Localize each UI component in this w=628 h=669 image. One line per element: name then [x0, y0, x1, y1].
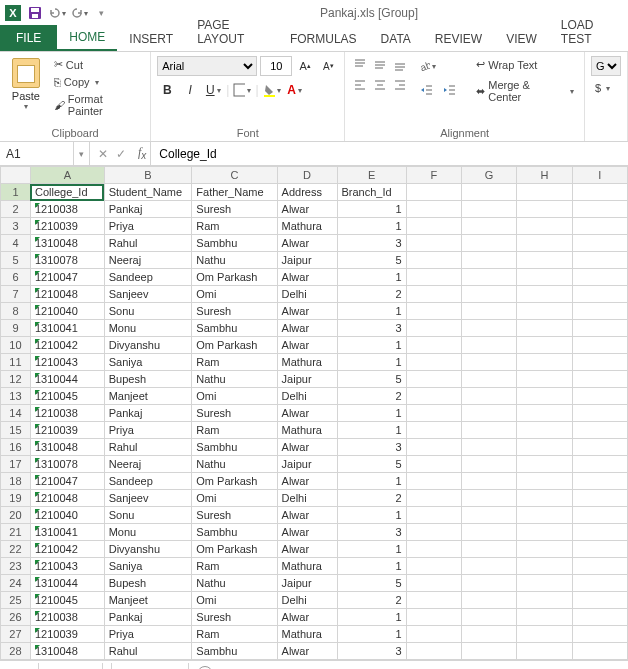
- cell[interactable]: 1210039: [30, 422, 104, 439]
- cell[interactable]: [517, 405, 572, 422]
- cell[interactable]: [406, 354, 461, 371]
- tab-insert[interactable]: INSERT: [117, 26, 185, 51]
- cell[interactable]: Manjeet: [104, 388, 192, 405]
- cell[interactable]: Manjeet: [104, 592, 192, 609]
- cell[interactable]: Suresh: [192, 201, 277, 218]
- cell[interactable]: Monu: [104, 320, 192, 337]
- cell[interactable]: [572, 388, 627, 405]
- cell[interactable]: Ram: [192, 626, 277, 643]
- cell[interactable]: [406, 405, 461, 422]
- cell[interactable]: [406, 252, 461, 269]
- cell[interactable]: [517, 575, 572, 592]
- cell[interactable]: 1210040: [30, 303, 104, 320]
- tab-formulas[interactable]: FORMULAS: [278, 26, 369, 51]
- cell[interactable]: [517, 439, 572, 456]
- cell[interactable]: [461, 184, 516, 201]
- cell[interactable]: [572, 439, 627, 456]
- cell[interactable]: [461, 439, 516, 456]
- col-header-C[interactable]: C: [192, 167, 277, 184]
- cell[interactable]: [461, 320, 516, 337]
- name-box[interactable]: A1: [0, 142, 74, 165]
- cell[interactable]: [572, 473, 627, 490]
- cell[interactable]: [517, 371, 572, 388]
- cell[interactable]: Branch_Id: [337, 184, 406, 201]
- cell[interactable]: 3: [337, 524, 406, 541]
- cell[interactable]: [517, 184, 572, 201]
- cell[interactable]: 1310048: [30, 235, 104, 252]
- cell[interactable]: Neeraj: [104, 252, 192, 269]
- cell[interactable]: [517, 558, 572, 575]
- cell[interactable]: [517, 388, 572, 405]
- cell[interactable]: Pankaj: [104, 201, 192, 218]
- cell[interactable]: Ram: [192, 218, 277, 235]
- row-header[interactable]: 4: [1, 235, 31, 252]
- cell[interactable]: [517, 303, 572, 320]
- cell[interactable]: [572, 235, 627, 252]
- row-header[interactable]: 24: [1, 575, 31, 592]
- cell[interactable]: 3: [337, 320, 406, 337]
- cell[interactable]: Alwar: [277, 337, 337, 354]
- tab-file[interactable]: FILE: [0, 25, 57, 51]
- cell[interactable]: Alwar: [277, 524, 337, 541]
- cell[interactable]: Mathura: [277, 422, 337, 439]
- cell[interactable]: 2: [337, 286, 406, 303]
- cell[interactable]: [572, 507, 627, 524]
- cell[interactable]: Om Parkash: [192, 337, 277, 354]
- tab-home[interactable]: HOME: [57, 24, 117, 51]
- cell[interactable]: 1210048: [30, 490, 104, 507]
- cell[interactable]: 1210042: [30, 541, 104, 558]
- cell[interactable]: Priya: [104, 626, 192, 643]
- cell[interactable]: [406, 235, 461, 252]
- cell[interactable]: [517, 592, 572, 609]
- cell[interactable]: Alwar: [277, 643, 337, 660]
- row-header[interactable]: 8: [1, 303, 31, 320]
- cell[interactable]: 1310044: [30, 575, 104, 592]
- cell[interactable]: [461, 490, 516, 507]
- cell[interactable]: 1210039: [30, 218, 104, 235]
- cell[interactable]: [461, 405, 516, 422]
- cell[interactable]: 1: [337, 337, 406, 354]
- cell[interactable]: Om Parkash: [192, 541, 277, 558]
- cell[interactable]: 1210038: [30, 609, 104, 626]
- cell[interactable]: 2: [337, 592, 406, 609]
- row-header[interactable]: 13: [1, 388, 31, 405]
- col-header-F[interactable]: F: [406, 167, 461, 184]
- cell[interactable]: [517, 235, 572, 252]
- cell[interactable]: [406, 388, 461, 405]
- cell[interactable]: Omi: [192, 286, 277, 303]
- cell[interactable]: [461, 337, 516, 354]
- cell[interactable]: [517, 269, 572, 286]
- cell[interactable]: [572, 252, 627, 269]
- cell[interactable]: 1: [337, 473, 406, 490]
- col-header-E[interactable]: E: [337, 167, 406, 184]
- cell[interactable]: 1: [337, 422, 406, 439]
- cell[interactable]: [406, 286, 461, 303]
- cancel-formula-icon[interactable]: ✕: [98, 147, 108, 161]
- cell[interactable]: 3: [337, 643, 406, 660]
- cell[interactable]: 1210047: [30, 473, 104, 490]
- fx-icon[interactable]: fx: [134, 145, 150, 161]
- cell[interactable]: Sandeep: [104, 473, 192, 490]
- cell[interactable]: 1210038: [30, 201, 104, 218]
- cell[interactable]: [406, 184, 461, 201]
- align-left-icon[interactable]: [351, 76, 369, 94]
- cell[interactable]: [406, 507, 461, 524]
- number-format-select[interactable]: Gene: [591, 56, 621, 76]
- cell[interactable]: 1210040: [30, 507, 104, 524]
- row-header[interactable]: 16: [1, 439, 31, 456]
- cell[interactable]: Alwar: [277, 507, 337, 524]
- cell[interactable]: [406, 609, 461, 626]
- col-header-G[interactable]: G: [461, 167, 516, 184]
- cell[interactable]: Alwar: [277, 320, 337, 337]
- cell[interactable]: [461, 558, 516, 575]
- increase-indent-icon[interactable]: [440, 80, 460, 100]
- cell[interactable]: [572, 558, 627, 575]
- row-header[interactable]: 27: [1, 626, 31, 643]
- cell[interactable]: [572, 609, 627, 626]
- cell[interactable]: Alwar: [277, 201, 337, 218]
- cell[interactable]: [461, 507, 516, 524]
- cell[interactable]: 1: [337, 201, 406, 218]
- cell[interactable]: Nathu: [192, 575, 277, 592]
- cell[interactable]: Sanjeev: [104, 286, 192, 303]
- cell[interactable]: Divyanshu: [104, 337, 192, 354]
